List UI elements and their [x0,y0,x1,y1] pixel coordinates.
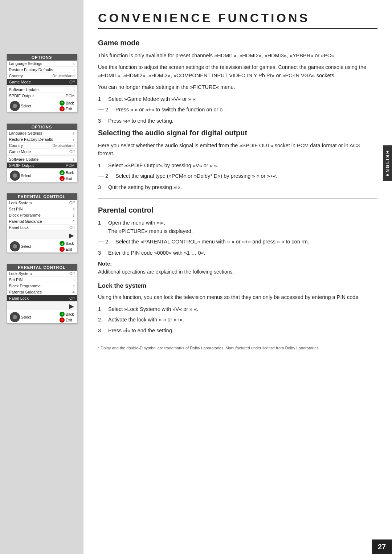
menu-row-lang-1: Language Settings s [7,61,77,67]
game-mode-step-1: 1 Select »Game Mode« with »V« or » « [98,95,377,103]
jog-inner-1 [13,104,17,108]
parental-row-guidance-1: Parental Guidance 4 [7,218,77,225]
parental-menu-1-title: PARENTAL CONTROL [7,193,77,200]
audio-step-3: 3 Quit the setting by pressing »i«. [98,183,377,191]
jog-inner-4 [13,315,17,319]
footnote: * Dolby and the double-D symbol are trad… [98,342,377,351]
arrow-icon-2: — [98,172,104,181]
options-menu-2-title: OPTIONS [7,124,77,130]
audio-step-2: — 2 Select the signal type (»PCM« or »Do… [98,172,377,181]
page-number: 27 [372,539,392,554]
back-btn-3: 2 Back [60,241,74,246]
jog-btn-1 [10,101,20,111]
jog-select-3: Select [10,241,31,251]
game-mode-step-3: 3 Press »i« to end the setting. [98,117,377,125]
lock-system-para1: Using this function, you can lock the te… [98,293,377,301]
parental-row-lock-1: Lock System Off [7,200,77,206]
game-mode-heading: Game mode [98,39,377,47]
back-btn-4: 2 Back [60,312,74,317]
menu-row-software-1: Software Update s [7,87,77,93]
menu-row-country-2: Country Deutschland [7,143,77,149]
parental-control-steps: 1 Open the menu with »i«. The »PICTURE« … [98,219,377,257]
parental-step-2: — 2 Select the »PARENTAL CONTROL« menu w… [98,238,377,246]
parental-row-panel-2: Panel Lock Off [7,295,77,301]
exit-btn-2: 1 Exit [60,176,74,181]
jog-select-1: Select [10,101,31,111]
page-title: CONVENIENCE FUNCTIONS [98,11,377,29]
jog-btn-2 [10,171,20,181]
menu-row-gamemode-2: Game Mode Off [7,149,77,155]
audio-signal-heading: Selecting the audio signal for digital o… [98,129,377,137]
menu-row-software-2: Software Update s [7,156,77,163]
note-box: Note: Additional operations are explaine… [98,260,377,276]
parental-step-3: 3 Enter the PIN code »0000« with »1 … 0«… [98,249,377,257]
game-mode-para1: This function is only available for pres… [98,52,377,59]
game-mode-para2: Use this function to adjust the screen s… [98,63,377,79]
menu-controls-2: Select 2 Back 1 Exit [7,169,77,182]
game-mode-para3: You can no longer make settings in the »… [98,83,377,91]
parental-control-heading: Parental control [98,206,377,214]
main-content: CONVENIENCE FUNCTIONS Game mode This fun… [83,0,392,373]
parental-row-panel-1: Panel Lock Off [7,225,77,231]
jog-inner-3 [13,244,17,249]
menu-row-spdif-2: SPDIF Output PCM [7,163,77,169]
note-title: Note: [98,260,377,267]
jog-select-2: Select [10,171,31,181]
parental-row-lock-2: Lock System Off [7,271,77,277]
options-menu-1: OPTIONS Language Settings s Restore Fact… [7,54,77,112]
menu-controls-1: Select 2 Back 1 Exit [7,99,77,112]
lock-system-heading: Lock the system [98,282,377,290]
jog-btn-4 [10,312,20,322]
parental-row-guidance-2: Parental Guidance 4 [7,289,77,295]
sidebar-menus: OPTIONS Language Settings s Restore Fact… [0,44,83,332]
exit-btn-3: 1 Exit [60,247,74,252]
scroll-arrow-1: ▶ [69,231,74,239]
menu-row-restore-1: Restore Factory Defaults s [7,67,77,73]
parental-menu-1: PARENTAL CONTROL Lock System Off Set PIN… [7,193,77,253]
jog-inner-2 [13,173,17,178]
menu-row-spdif-1: SPDIF Output PCM [7,93,77,99]
menu-controls-3: Select 2 Back 1 Exit [7,239,77,253]
menu-row-gamemode-1: Game Mode Off [7,79,77,85]
arrow-icon-3: — [98,237,104,246]
menu-row-country-1: Country Deutschland [7,73,77,79]
arrow-icon: — [98,105,104,114]
audio-step-1: 1 Select »SPDIF Output« by pressing »V« … [98,161,377,169]
options-menu-2: OPTIONS Language Settings s Restore Fact… [7,123,77,182]
parental-step-1: 1 Open the menu with »i«. The »PICTURE« … [98,219,377,235]
parental-row-pin-2: Set PIN s [7,277,77,283]
game-mode-step-2: — 2 Press » « or »+« to switch the funct… [98,106,377,114]
parental-row-block-2: Block Programme s [7,283,77,289]
lock-system-steps: 1 Select »Lock System« with »V« or » «. … [98,305,377,335]
back-btn-2: 2 Back [60,170,74,175]
exit-btn-1: 1 Exit [60,106,74,111]
language-tag: ENGLISH [383,145,392,181]
note-text: Additional operations are explained in t… [98,268,377,276]
parental-row-pin-1: Set PIN s [7,206,77,212]
menu-controls-4: Select 2 Back 1 Exit [7,310,77,323]
lock-step-2: 2 Activate the lock with » « or »+«. [98,316,377,324]
parental-row-block-1: Block Programme s [7,212,77,218]
audio-signal-steps: 1 Select »SPDIF Output« by pressing »V« … [98,161,377,192]
options-menu-1-title: OPTIONS [7,54,77,61]
page-meta: ENGLISH [383,145,392,181]
scroll-arrow-2: ▶ [69,302,74,310]
lock-step-3: 3 Press »i« to end the setting. [98,327,377,335]
game-mode-steps: 1 Select »Game Mode« with »V« or » « — 2… [98,95,377,125]
lock-step-1: 1 Select »Lock System« with »V« or » «. [98,305,377,313]
back-btn-1: 2 Back [60,100,74,106]
jog-select-4: Select [10,312,31,322]
menu-row-lang-2: Language Settings s [7,130,77,136]
section-divider-1 [98,198,377,199]
menu-row-restore-2: Restore Factory Defaults s [7,136,77,143]
parental-menu-2: PARENTAL CONTROL Lock System Off Set PIN… [7,264,77,324]
jog-btn-3 [10,241,20,251]
parental-menu-2-title: PARENTAL CONTROL [7,264,77,271]
audio-signal-para1: Here you select whether the audio signal… [98,141,377,158]
exit-btn-4: 1 Exit [60,317,74,323]
